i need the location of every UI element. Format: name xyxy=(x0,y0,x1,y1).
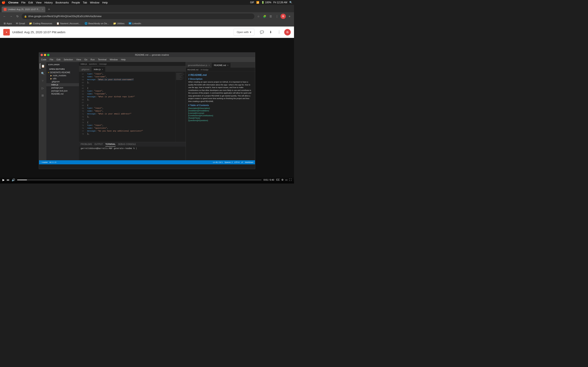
extension-icon[interactable]: 🧩 xyxy=(262,14,267,19)
readme-tabs: generateMarkdown.js × README.md × xyxy=(186,62,255,68)
extensions-activity-icon[interactable]: ⊞ xyxy=(40,92,45,98)
spotlight-icon[interactable]: 🔍 xyxy=(289,1,292,4)
explorer-activity-icon[interactable]: 📋 xyxy=(40,63,45,69)
menu-history[interactable]: History xyxy=(44,1,52,4)
new-tab-button[interactable]: + xyxy=(46,7,52,12)
bookmark-coding[interactable]: 📁 Coding Resources xyxy=(27,22,54,25)
bookmark-gmail[interactable]: ✉ Gmail xyxy=(14,22,26,25)
apple-logo-icon[interactable]: 🍎 xyxy=(2,1,6,4)
menu-help[interactable]: Help xyxy=(102,1,108,4)
tab-close-readme[interactable]: × xyxy=(227,64,228,67)
bookmark-navient[interactable]: 📋 Navient | Account... xyxy=(55,22,82,25)
gmail-icon: ✉ xyxy=(16,22,18,25)
tab-terminal[interactable]: TERMINAL xyxy=(105,142,116,147)
minimap xyxy=(175,72,186,142)
menu-window[interactable]: Window xyxy=(90,1,99,4)
readme-description: When creating an open source project on … xyxy=(188,81,252,103)
readme-toc-3: [License](#License) xyxy=(188,112,252,114)
menu-tab[interactable]: Tab xyxy=(83,1,87,4)
more-options-button[interactable]: ⋮ xyxy=(276,29,283,36)
sidebar-readme[interactable]: README.md xyxy=(46,92,79,95)
skip-forward-button[interactable]: ⏭ xyxy=(7,178,9,182)
sidebar-indexjs[interactable]: index.js xyxy=(46,83,79,86)
vscode-menu-help[interactable]: Help xyxy=(121,58,126,61)
menu-edit[interactable]: Edit xyxy=(28,1,33,4)
vscode-menu-window[interactable]: Window xyxy=(110,58,118,61)
download-button[interactable]: ⬇ xyxy=(267,29,274,36)
vscode-menu-go[interactable]: Go xyxy=(84,58,87,61)
bookmark-apps-label: Apps xyxy=(7,22,12,25)
bookmark-beachbody[interactable]: 🌐 Beachbody on De... xyxy=(83,22,111,25)
search-activity-icon[interactable]: 🔍 xyxy=(40,71,45,76)
tab-gitignore[interactable]: .gitignore xyxy=(79,67,92,72)
vscode-menu-terminal[interactable]: Terminal xyxy=(98,58,107,61)
sidebar-packagelock[interactable]: package-lock.json xyxy=(46,89,79,92)
address-bar[interactable]: 🔒 drive.google.com/file/d/1hgRV4lInQlUwi… xyxy=(22,13,254,19)
git-activity-icon[interactable]: ⑂ xyxy=(40,78,45,83)
minimize-window-button[interactable] xyxy=(44,54,46,56)
more-icon[interactable]: ⋮ xyxy=(274,14,279,19)
play-button[interactable]: ▶ xyxy=(2,178,5,182)
add-comment-button[interactable]: 💬 xyxy=(259,29,265,36)
bookmark-linkedin[interactable]: in LinkedIn xyxy=(127,22,143,25)
settings-button[interactable]: ⚙ xyxy=(281,178,284,181)
sidebar-project-folder[interactable]: ▾ GENERATE-README xyxy=(46,71,79,74)
menu-file[interactable]: File xyxy=(21,1,26,4)
vscode-menu-code[interactable]: Code xyxy=(41,58,46,61)
profile-button[interactable]: G xyxy=(281,14,286,19)
code-editor[interactable]: 57 58 59 60 61 62 63 64 65 66 xyxy=(79,72,186,142)
folder-arrow-icon: ▾ xyxy=(48,71,49,74)
volume-button[interactable]: 🔊 xyxy=(12,178,15,182)
vscode-menu-edit[interactable]: Edit xyxy=(57,58,61,61)
progress-bar[interactable] xyxy=(17,180,261,180)
readme-toc-2: [Installation](#Installation) xyxy=(188,109,252,112)
maximize-window-button[interactable] xyxy=(47,54,49,56)
forward-button[interactable]: → xyxy=(9,14,13,19)
sidebar-packagejson[interactable]: package.json xyxy=(46,86,79,89)
drive-profile-button[interactable]: G xyxy=(284,29,291,35)
bookmark-icon[interactable]: ☆ xyxy=(256,14,261,19)
readme-h2-toc: # Table of Contents xyxy=(188,104,252,106)
tab-close-icon[interactable]: × xyxy=(102,68,103,71)
menu-bookmarks[interactable]: Bookmarks xyxy=(56,1,69,4)
tab-generate-markdown[interactable]: generateMarkdown.js × xyxy=(186,63,212,68)
tab-problems[interactable]: PROBLEMS xyxy=(81,142,92,147)
sidebar-node-modules[interactable]: ▶ node_modules xyxy=(46,74,79,77)
vscode-menu-view[interactable]: View xyxy=(76,58,81,61)
menu-view[interactable]: View xyxy=(36,1,42,4)
vscode-menu-run[interactable]: Run xyxy=(91,58,95,61)
cc-button[interactable]: CC xyxy=(276,178,280,181)
tab-close-gen[interactable]: × xyxy=(209,64,210,67)
sidebar-gitignore[interactable]: .gitignore xyxy=(46,80,79,83)
folder-icon-utils: ▶ xyxy=(51,77,52,80)
tab-debug-console[interactable]: DEBUG CONSOLE xyxy=(118,142,136,147)
browser-tab[interactable]: Untitled: Aug 25, 2020 10:07 P... × xyxy=(2,7,45,12)
reload-button[interactable]: ↻ xyxy=(15,14,20,19)
close-window-button[interactable] xyxy=(41,54,43,56)
fullscreen-button[interactable]: ⛶ xyxy=(289,178,292,181)
browser-window: Untitled: Aug 25, 2020 10:07 P... × + ← … xyxy=(0,5,294,184)
readme-h2-desc: # Description xyxy=(188,78,252,80)
terminal-content[interactable]: garrettdobson@Garretts-MBP generate-read… xyxy=(79,147,186,150)
bookmark-apps[interactable]: ⊞ Apps xyxy=(2,22,13,25)
back-button[interactable]: ← xyxy=(2,14,7,19)
menu-people[interactable]: People xyxy=(72,1,80,4)
vscode-menu-selection[interactable]: Selection xyxy=(64,58,73,61)
language-status: Markdown xyxy=(245,161,253,163)
reader-icon[interactable]: ☰ xyxy=(268,14,273,19)
debug-activity-icon[interactable]: ▷ xyxy=(40,85,45,91)
bookmark-utilities[interactable]: 📁 Utilities xyxy=(112,22,126,25)
bookmark-beachbody-label: Beachbody on De... xyxy=(88,22,109,25)
open-with-button[interactable]: Open with ▾ xyxy=(233,29,254,36)
breadcrumb-text: index.js xyxy=(81,63,87,65)
sidebar-utils[interactable]: ▶ utils xyxy=(46,77,79,80)
vscode-menu-file[interactable]: File xyxy=(50,58,53,61)
tab-indexjs[interactable]: index.js × xyxy=(92,67,105,72)
theater-mode-button[interactable]: ▭ xyxy=(285,178,287,181)
video-player[interactable]: README.md — generate-readme Code File Ed… xyxy=(0,38,294,184)
tab-close-button[interactable]: × xyxy=(42,8,43,11)
vscode-statusbar: ⑂ master ⊗ 0 ⚠ 0 Ln 49, Col 1 Spaces: 2 … xyxy=(39,160,255,164)
tab-output[interactable]: OUTPUT xyxy=(95,142,103,147)
chrome-menu-icon[interactable]: ≡ xyxy=(287,14,292,19)
tab-readme[interactable]: README.md × xyxy=(212,63,230,68)
